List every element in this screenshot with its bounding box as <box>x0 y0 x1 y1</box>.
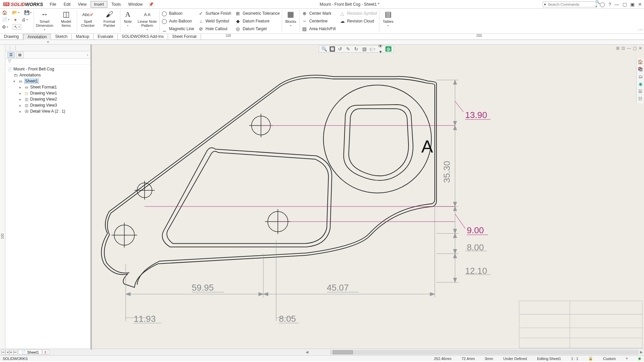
tab-sketch[interactable]: Sketch <box>51 34 72 40</box>
menu-insert[interactable]: Insert <box>91 1 107 8</box>
tree-item-view3[interactable]: ▸◫Drawing View3 <box>7 102 88 108</box>
main-area: 100 ⋮⋮ ☰ ▤ › ▽ 📄Mount - Front Belt Cog 🗀… <box>0 45 644 349</box>
tree-item-sheetformat1[interactable]: ▸▭Sheet Format1 <box>7 84 88 90</box>
datum-feature-button[interactable]: ◆Datum Feature <box>235 17 280 25</box>
panel-grip-icon[interactable]: ⋮⋮ <box>7 45 18 51</box>
weld-symbol-button[interactable]: ⟂Weld Symbol <box>198 17 231 25</box>
tab-annotation[interactable]: Annotation <box>23 34 51 40</box>
tree-item-detailA[interactable]: ▸ⒶDetail View A (2 : 1) <box>7 108 88 114</box>
new-icon[interactable]: 📄▾ <box>2 17 9 22</box>
note-button[interactable]: ANote▾ <box>120 9 135 34</box>
tab-markup[interactable]: Markup <box>72 34 94 40</box>
save-icon[interactable]: 💾▾ <box>24 10 32 15</box>
hscroll-right-icon[interactable]: ▶ <box>639 350 644 354</box>
svg-marker-18 <box>453 202 457 206</box>
tables-button[interactable]: ▤Tables▾ <box>379 9 397 34</box>
center-mark-button[interactable]: ⊕Center Mark <box>302 10 336 17</box>
restore-icon[interactable]: ▢ <box>623 2 627 7</box>
sheet-prev-icon[interactable]: ◀ <box>5 350 9 355</box>
home-icon[interactable]: 🏠 <box>2 10 7 15</box>
status-custom[interactable]: Custom <box>603 357 616 361</box>
graphics-view[interactable]: 🔍 🔲 ↺ ✎ ↻ ▧ ◐▾ 👁▾ ◍ ⊞ ⊡ — ▢ ✕ 🏠 📚 🗂 ◉ ☱ … <box>91 45 644 349</box>
tree-item-view1[interactable]: ▸◫Drawing View1 <box>7 90 88 96</box>
spell-checker-button[interactable]: Abc✔Spell Checker <box>77 9 99 34</box>
dim-59-95[interactable]: 59.95 <box>192 283 214 293</box>
svg-marker-23 <box>453 254 457 258</box>
balloon-button[interactable]: ◯Balloon <box>162 10 194 17</box>
options-icon[interactable]: ⚙▾ <box>2 24 8 29</box>
detail-label-A[interactable]: A <box>421 137 433 156</box>
dim-12-10[interactable]: 12.10 <box>465 266 487 276</box>
tree-item-view2[interactable]: ▸◫Drawing View2 <box>7 96 88 102</box>
logo-ds: DS <box>3 2 9 6</box>
menu-view[interactable]: View <box>74 1 90 8</box>
centerline-button[interactable]: ┄Centerline <box>302 17 336 25</box>
select-icon[interactable]: ↖▾ <box>13 24 21 30</box>
dim-35-30[interactable]: 35.30 <box>442 161 452 183</box>
svg-marker-21 <box>453 233 457 238</box>
drawing-canvas[interactable]: 13.90 35.30 9.00 8.00 12.10 59.95 45.07 … <box>91 45 644 350</box>
sheet-next-icon[interactable]: ▶ <box>9 350 13 355</box>
status-scale[interactable]: 1 : 1 <box>571 357 578 361</box>
dim-9-00[interactable]: 9.00 <box>467 225 484 235</box>
left-ruler-mark: 100 <box>1 233 4 239</box>
auto-balloon-button[interactable]: ◯Auto Balloon <box>162 17 194 25</box>
svg-marker-35 <box>126 292 130 296</box>
dim-8-05[interactable]: 8.05 <box>279 314 296 324</box>
hscroll-left-icon[interactable]: ◀ <box>304 350 310 354</box>
search-commands[interactable]: ▸ 🔍▾ <box>543 1 596 7</box>
search-input[interactable] <box>548 2 594 6</box>
panel-expand-icon[interactable]: › <box>87 53 88 57</box>
maximize-icon[interactable]: ▣ <box>630 2 635 7</box>
svg-marker-38 <box>430 292 435 296</box>
menu-tools[interactable]: Tools <box>108 1 124 8</box>
tab-evaluate[interactable]: Evaluate <box>94 34 118 40</box>
status-lock-icon[interactable]: 🔒 <box>588 356 593 361</box>
surface-finish-button[interactable]: ✓Surface Finish <box>198 10 231 17</box>
close-icon[interactable]: ✕ <box>638 2 642 7</box>
sheet-add-icon[interactable]: ◧ <box>43 350 49 355</box>
sheet-tab-sheet1[interactable]: 📄Sheet1 <box>18 350 42 355</box>
open-icon[interactable]: 📂▾ <box>12 10 19 15</box>
tab-drawing[interactable]: Drawing <box>0 34 23 40</box>
print-icon[interactable]: 🖨▾ <box>21 17 28 22</box>
dim-13-90[interactable]: 13.90 <box>465 110 487 120</box>
datum-target-button[interactable]: ◎Datum Target <box>235 25 280 33</box>
area-hatch-fill-button[interactable]: ▨Area Hatch/Fill <box>302 25 336 33</box>
model-items-button[interactable]: ◫Model Items <box>55 9 77 34</box>
dim-8-00[interactable]: 8.00 <box>467 242 484 252</box>
help-icon[interactable]: ? <box>608 2 611 7</box>
tree-item-sheet1[interactable]: ▾▭Sheet1 <box>7 78 88 84</box>
user-icon[interactable]: ◯ <box>600 2 605 7</box>
tree-item-annotations[interactable]: 🗀Annotations <box>7 72 88 78</box>
ribbon-overflow-icon[interactable]: ⋯ <box>637 9 644 34</box>
sheet-first-icon[interactable]: ⏮ <box>1 350 5 355</box>
minimize-icon[interactable]: — <box>614 2 619 7</box>
revision-cloud-button[interactable]: ☁Revision Cloud <box>340 17 377 25</box>
menu-file[interactable]: File <box>46 1 59 8</box>
blocks-button[interactable]: ▦Blocks▾ <box>282 9 300 34</box>
tree-filter-icon[interactable]: ▽ <box>5 59 90 65</box>
geometric-tolerance-button[interactable]: ⊞Geometric Tolerance <box>235 10 280 17</box>
rebuild-icon[interactable]: ● <box>14 17 17 22</box>
dim-11-93[interactable]: 11.93 <box>134 314 156 324</box>
status-app: SOLIDWORKS <box>3 357 28 361</box>
property-tab[interactable]: ▤ <box>16 52 23 58</box>
dim-45-07[interactable]: 45.07 <box>327 283 348 293</box>
hscrollbar[interactable] <box>330 350 639 355</box>
linear-note-pattern-button[interactable]: A ALinear Note Pattern▾ <box>135 9 159 34</box>
menu-edit[interactable]: Edit <box>60 1 74 8</box>
sheet-last-icon[interactable]: ⏭ <box>13 350 17 355</box>
svg-line-44 <box>455 101 464 112</box>
tree-root[interactable]: 📄Mount - Front Belt Cog <box>7 66 88 72</box>
menu-pin-icon[interactable]: 📌 <box>146 2 156 7</box>
status-alert-icon[interactable]: ◉ <box>638 356 641 361</box>
format-painter-button[interactable]: 🖌Format Painter <box>99 9 120 34</box>
hole-callout-button[interactable]: ⊘Hole Callout <box>198 25 231 33</box>
quick-access: 🏠 📂▾ 💾▾ 📄▾ ● 🖨▾ ⚙▾ ↖▾ <box>0 9 34 34</box>
menu-window[interactable]: Window <box>125 1 146 8</box>
smart-dimension-button[interactable]: ↔Smart Dimension▾ <box>34 9 55 34</box>
svg-marker-19 <box>453 206 457 211</box>
magnetic-line-button[interactable]: ⎯Magnetic Line <box>162 25 194 33</box>
feature-tree-tab[interactable]: ☰ <box>7 52 15 58</box>
